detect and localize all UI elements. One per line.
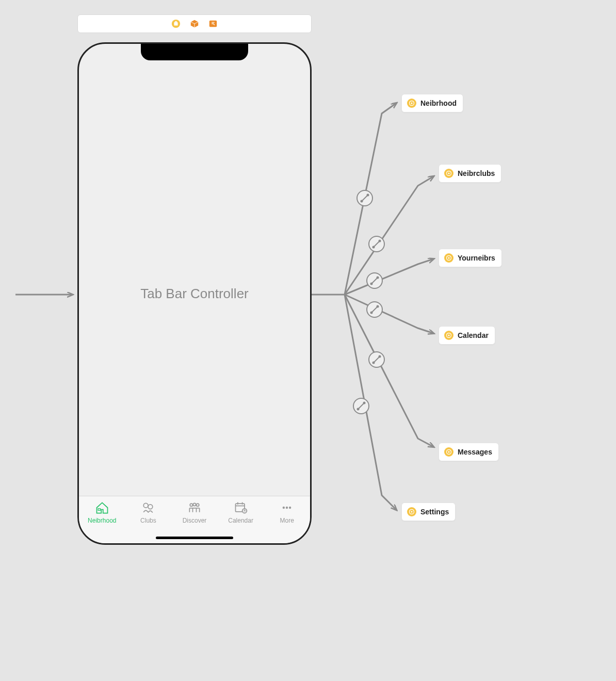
svg-point-2: [357, 190, 372, 206]
svg-point-50: [448, 172, 449, 174]
calendar-icon: [233, 500, 249, 515]
scene-title: Tab Bar Controller: [140, 286, 249, 302]
destination-label: Yourneibrs: [458, 254, 495, 262]
destination-messages[interactable]: Messages: [439, 443, 499, 461]
svg-point-45: [286, 507, 288, 509]
destination-label: Messages: [458, 448, 492, 456]
svg-point-25: [363, 402, 366, 404]
svg-line-7: [373, 240, 380, 248]
svg-point-44: [283, 507, 285, 509]
group-icon: [140, 500, 156, 515]
svg-point-8: [372, 246, 375, 249]
svg-line-23: [358, 402, 365, 410]
tab-label: More: [280, 517, 294, 524]
tab-bar-controller-scene[interactable]: Tab Bar Controller Neibrhood Clubs: [77, 42, 312, 545]
destination-neibrclubs[interactable]: Neibrclubs: [439, 164, 501, 183]
segue-icon[interactable]: [208, 19, 218, 28]
tab-label: Discover: [183, 517, 207, 524]
svg-point-33: [144, 503, 149, 508]
ellipsis-icon: [279, 500, 295, 515]
tab-label: Neibrhood: [88, 517, 116, 524]
destination-neibrhood[interactable]: Neibrhood: [401, 94, 463, 112]
svg-point-46: [289, 507, 291, 509]
svg-point-37: [196, 504, 199, 506]
svg-point-54: [448, 334, 449, 336]
svg-point-52: [448, 257, 449, 258]
tab-bar: Neibrhood Clubs Discover: [79, 496, 310, 543]
svg-line-11: [371, 277, 378, 284]
tab-label: Clubs: [140, 517, 156, 524]
scene-toolbar: [77, 14, 312, 33]
home-indicator: [156, 537, 233, 539]
destination-label: Neibrhood: [420, 99, 457, 107]
tab-item-calendar[interactable]: Calendar: [220, 500, 262, 524]
svg-point-6: [369, 236, 384, 252]
svg-line-3: [361, 194, 368, 202]
tab-item-clubs[interactable]: Clubs: [127, 500, 169, 524]
svg-point-56: [448, 451, 449, 452]
svg-line-19: [373, 356, 380, 363]
viewcontroller-icon: [407, 507, 416, 516]
svg-rect-27: [174, 22, 177, 25]
svg-point-14: [367, 302, 382, 317]
svg-point-12: [370, 283, 373, 285]
svg-point-58: [411, 511, 412, 512]
svg-point-22: [353, 398, 369, 414]
object-3d-icon[interactable]: [190, 19, 199, 28]
svg-point-36: [193, 503, 196, 506]
people-icon: [187, 500, 202, 515]
viewcontroller-icon: [444, 447, 453, 457]
svg-point-4: [361, 200, 363, 203]
storyboard-scene-icon[interactable]: [171, 19, 181, 28]
svg-line-15: [371, 306, 378, 313]
destination-calendar[interactable]: Calendar: [439, 326, 495, 345]
tab-item-neibrhood[interactable]: Neibrhood: [82, 500, 123, 524]
destination-settings[interactable]: Settings: [401, 502, 456, 521]
svg-point-21: [379, 355, 381, 358]
svg-point-16: [370, 312, 373, 314]
tab-item-discover[interactable]: Discover: [174, 500, 215, 524]
viewcontroller-icon: [444, 169, 453, 178]
svg-point-34: [148, 505, 153, 509]
house-icon: [94, 500, 110, 515]
svg-point-9: [379, 240, 381, 242]
tab-label: Calendar: [228, 517, 253, 524]
scene-canvas: Tab Bar Controller: [79, 44, 310, 543]
svg-point-48: [411, 102, 412, 104]
destination-yourneibrs[interactable]: Yourneibrs: [439, 249, 502, 267]
viewcontroller-icon: [444, 331, 453, 340]
svg-point-10: [367, 273, 382, 288]
destination-label: Calendar: [458, 331, 489, 339]
svg-point-20: [372, 362, 375, 364]
viewcontroller-icon: [407, 99, 416, 108]
svg-point-24: [357, 408, 360, 411]
destination-label: Neibrclubs: [458, 169, 495, 177]
svg-point-17: [377, 305, 379, 308]
destination-label: Settings: [420, 508, 449, 516]
svg-point-18: [369, 352, 384, 367]
viewcontroller-icon: [444, 253, 453, 263]
tab-item-more[interactable]: More: [266, 500, 307, 524]
svg-point-5: [367, 194, 369, 197]
svg-point-13: [377, 277, 379, 279]
svg-point-35: [190, 504, 192, 506]
svg-rect-32: [98, 509, 100, 511]
